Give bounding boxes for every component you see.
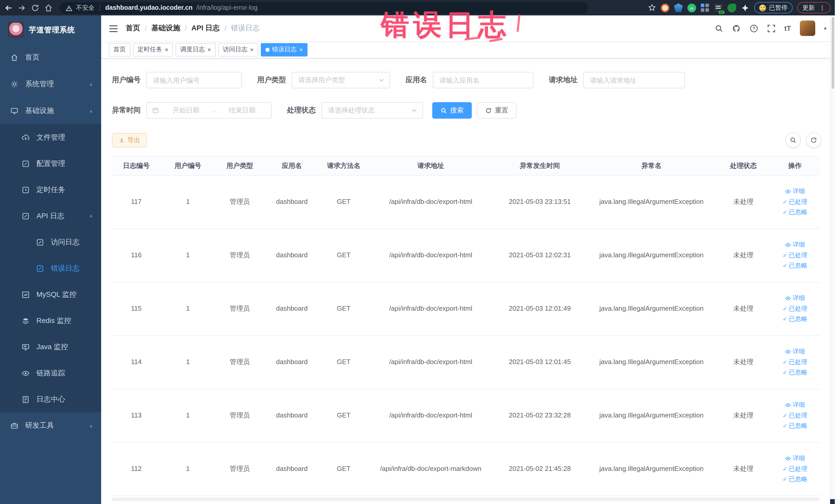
toggle-search-button[interactable] [786, 133, 801, 148]
sidebar-item-scheduled-jobs[interactable]: 定时任务 [0, 177, 101, 203]
tab-home[interactable]: 首页 [109, 43, 130, 56]
sidebar-item-label: 日志中心 [37, 395, 65, 404]
not-secure-warning-icon [66, 4, 73, 11]
process-status-label: 处理状态 [287, 106, 316, 115]
detail-link[interactable]: 详细 [785, 347, 805, 356]
tab-error-log[interactable]: 错误日志× [261, 43, 307, 56]
fullscreen-icon[interactable] [767, 24, 776, 33]
scrollbar-thumb[interactable] [832, 17, 834, 89]
bookmark-star-icon[interactable] [648, 4, 656, 12]
user-type-select[interactable]: 请选择用户类型 [291, 72, 390, 88]
app-name-input[interactable] [433, 72, 533, 88]
sidebar-item-trace[interactable]: 链路追踪 [0, 360, 101, 386]
sidebar-item-home[interactable]: 首页 [0, 44, 101, 71]
reset-button[interactable]: 重置 [477, 102, 516, 119]
tab-scheduled-jobs[interactable]: 定时任务× [133, 43, 173, 56]
close-icon[interactable]: × [250, 46, 253, 53]
detail-link[interactable]: 详细 [785, 294, 805, 303]
exception-time: 2021-05-02 23:32:28 [493, 411, 586, 421]
mark-processed-link[interactable]: ✓已处理 [782, 358, 807, 367]
check-icon: ✓ [782, 315, 787, 323]
timer-icon [22, 186, 30, 194]
mark-processed-link[interactable]: ✓已处理 [782, 304, 807, 314]
sidebar-item-java-monitor[interactable]: Java 监控 [0, 334, 101, 360]
search-icon[interactable] [715, 24, 724, 33]
extension-leaf-icon[interactable] [728, 3, 736, 12]
sidebar-item-mysql-monitor[interactable]: MySQL 监控 [0, 281, 101, 308]
sidebar-item-dev-tools[interactable]: 研发工具 ∨ [0, 412, 101, 439]
sidebar-item-access-log[interactable]: 访问日志 [0, 229, 101, 255]
breadcrumb-item[interactable]: 首页 [126, 24, 140, 33]
start-date-placeholder: 开始日期 [162, 106, 210, 115]
tab-schedule-log[interactable]: 调度日志× [176, 43, 216, 56]
process-status-select[interactable]: 请选择处理状态 [321, 102, 423, 119]
detail-link[interactable]: 详细 [785, 187, 805, 196]
breadcrumb-item[interactable]: API 日志 [191, 24, 220, 33]
sidebar-item-log-center[interactable]: 日志中心 [0, 386, 101, 412]
user-id-input[interactable] [146, 72, 242, 88]
mark-ignored-link[interactable]: ✓已忽略 [782, 315, 807, 324]
request-url-input[interactable] [583, 72, 685, 88]
extension-grid-icon[interactable] [701, 3, 710, 12]
tab-access-log[interactable]: 访问日志× [218, 43, 258, 56]
profile-paused-badge[interactable]: 已暂停 [754, 2, 793, 13]
detail-link[interactable]: 详细 [785, 241, 805, 249]
github-icon[interactable] [732, 24, 741, 33]
extension-pinwheel-icon[interactable] [741, 3, 750, 12]
mark-ignored-link[interactable]: ✓已忽略 [782, 261, 807, 270]
sidebar-item-redis-monitor[interactable]: Redis 监控 [0, 308, 101, 334]
logo-row[interactable]: 芋道管理系统 [0, 15, 101, 44]
sidebar-item-error-log[interactable]: 错误日志 [0, 255, 101, 281]
security-label[interactable]: 不安全 [76, 3, 95, 12]
mark-ignored-link[interactable]: ✓已忽略 [782, 475, 807, 484]
update-button[interactable]: 更新⋮ [797, 2, 831, 13]
font-size-icon[interactable]: tT [785, 24, 791, 33]
sidebar-item-file-manage[interactable]: 文件管理 [0, 124, 101, 150]
close-icon[interactable]: × [165, 46, 168, 53]
search-button[interactable]: 搜索 [432, 102, 472, 119]
exception-time-range-picker[interactable]: 开始日期 - 结束日期 [146, 102, 271, 119]
mark-processed-link[interactable]: ✓已处理 [782, 465, 807, 474]
breadcrumb-item[interactable]: 基础设施 [151, 24, 180, 33]
sidebar-item-label: 基础设施 [25, 106, 54, 116]
exception-time-label: 异常时间 [112, 106, 141, 115]
mark-processed-link[interactable]: ✓已处理 [782, 411, 807, 420]
home-icon[interactable] [44, 3, 53, 12]
sidebar-item-infra[interactable]: 基础设施 ∧ [0, 98, 101, 124]
mark-ignored-link[interactable]: ✓已忽略 [782, 208, 807, 217]
mark-processed-link[interactable]: ✓已处理 [782, 251, 807, 260]
window-scrollbar[interactable] [830, 15, 835, 504]
browser-menu-icon[interactable]: ⋮ [819, 4, 826, 12]
extension-vue-icon[interactable]: ‹› [687, 3, 696, 12]
export-button[interactable]: 导出 [112, 133, 147, 147]
refresh-table-button[interactable] [806, 133, 821, 148]
back-icon[interactable] [4, 3, 13, 12]
caret-down-icon[interactable]: ▾ [824, 25, 827, 31]
close-icon[interactable]: × [299, 46, 303, 53]
extension-target-icon[interactable] [661, 3, 669, 12]
detail-link[interactable]: 详细 [785, 454, 805, 463]
url-path[interactable]: /infra/log/api-error-log [196, 4, 258, 11]
mark-ignored-link[interactable]: ✓已忽略 [782, 368, 807, 377]
url-host[interactable]: dashboard.yudao.iocoder.cn [105, 4, 192, 11]
close-icon[interactable]: × [207, 46, 211, 53]
forward-icon[interactable] [18, 3, 26, 12]
mark-processed-link[interactable]: ✓已处理 [782, 198, 807, 207]
hamburger-icon[interactable] [109, 24, 118, 32]
mark-ignored-link[interactable]: ✓已忽略 [782, 422, 807, 430]
sidebar-item-config-manage[interactable]: 配置管理 [0, 150, 101, 177]
screen-icon [22, 343, 30, 351]
reload-icon[interactable] [31, 3, 40, 12]
detail-link[interactable]: 详细 [785, 401, 805, 410]
eye-icon [785, 295, 791, 301]
select-placeholder: 请选择处理状态 [328, 106, 375, 115]
sidebar-item-api-log[interactable]: API 日志 ∧ [0, 203, 101, 229]
horizontal-scrollbar[interactable] [112, 498, 820, 501]
extension-shield-icon[interactable] [674, 3, 683, 12]
filter-row-1: 用户编号 用户类型 请选择用户类型 应用名 请求地址 [112, 72, 821, 88]
extension-onoff-icon[interactable]: on [714, 3, 723, 12]
help-icon[interactable]: ? [750, 24, 758, 33]
sidebar-item-system[interactable]: 系统管理 ∨ [0, 71, 101, 98]
address-bar[interactable]: 不安全 dashboard.yudao.iocoder.cn/infra/log… [60, 2, 588, 14]
avatar[interactable] [800, 21, 815, 36]
